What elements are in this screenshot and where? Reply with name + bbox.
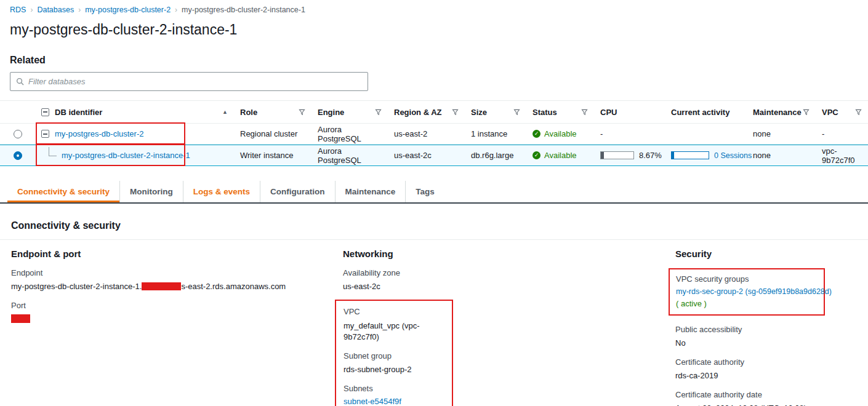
engine-cell: Aurora PostgreSQL (311, 124, 388, 144)
breadcrumb: RDS › Databases › my-postgres-db-cluster… (0, 0, 868, 15)
db-identifier-cell[interactable]: my-postgres-db-cluster-2 (35, 124, 234, 144)
filter-icon[interactable] (513, 109, 520, 116)
endpoint-suffix: s-east-2.rds.amazonaws.com (181, 282, 286, 291)
available-status-icon (532, 130, 540, 138)
radio-unselected[interactable] (14, 130, 22, 138)
cpu-cell: - (594, 124, 665, 144)
tab-maintenance[interactable]: Maintenance (335, 181, 406, 202)
row-select-cell[interactable] (0, 124, 35, 144)
breadcrumb-link-rds[interactable]: RDS (10, 6, 26, 14)
column-label: Status (532, 108, 557, 117)
cpu-cell: 8.67% (594, 145, 665, 165)
tab-tags[interactable]: Tags (405, 181, 444, 202)
header-status[interactable]: Status (526, 101, 594, 123)
breadcrumb-link-databases[interactable]: Databases (37, 6, 74, 14)
db-identifier-link-instance[interactable]: my-postgres-db-cluster-2-instance-1 (62, 151, 190, 160)
header-engine[interactable]: Engine (311, 101, 388, 123)
breadcrumb-separator-icon: › (175, 6, 177, 14)
available-status-icon (532, 151, 540, 159)
certificate-authority-field: Certificate authority rds-ca-2019 (675, 357, 858, 381)
header-vpc[interactable]: VPC (816, 101, 868, 123)
maintenance-cell: none (747, 124, 816, 144)
public-accessibility-field: Public accessibility No (675, 325, 858, 348)
header-cpu: CPU (594, 101, 665, 123)
vpc-field: VPC my_default_vpc (vpc-9b72c7f0) (344, 307, 444, 342)
filter-databases-input[interactable] (28, 77, 362, 86)
breadcrumb-link-cluster[interactable]: my-postgres-db-cluster-2 (85, 6, 171, 14)
vpc-security-groups-label: VPC security groups (676, 274, 818, 284)
public-accessibility-value: No (675, 338, 858, 348)
redaction-block (11, 314, 30, 323)
column-label: Maintenance (753, 108, 802, 117)
table-row-cluster[interactable]: my-postgres-db-cluster-2 Regional cluste… (0, 124, 868, 145)
tab-connectivity-security[interactable]: Connectivity & security (7, 181, 119, 202)
filter-icon[interactable] (299, 109, 305, 116)
header-size[interactable]: Size (465, 101, 526, 123)
header-role[interactable]: Role (234, 101, 311, 123)
column-label: Engine (318, 108, 344, 117)
detail-tabs: Connectivity & security Monitoring Logs … (0, 181, 868, 204)
endpoint-value: my-postgres-db-cluster-2-instance-1.s-ea… (11, 281, 343, 292)
tab-configuration[interactable]: Configuration (260, 181, 334, 202)
certificate-authority-date-label: Certificate authority date (675, 390, 858, 399)
radio-selected[interactable] (14, 151, 22, 160)
panel-body: Endpoint & port Endpoint my-postgres-db-… (0, 240, 868, 406)
security-group-link[interactable]: my-rds-sec-group-2 (sg-059ef919b8a9d628d… (676, 287, 818, 296)
endpoint-port-column: Endpoint & port Endpoint my-postgres-db-… (11, 249, 343, 406)
subnet-link-1[interactable]: subnet-e5454f9f (344, 397, 444, 406)
endpoint-label: Endpoint (11, 268, 343, 277)
status-cell: Available (526, 124, 594, 144)
tab-monitoring[interactable]: Monitoring (119, 181, 183, 202)
search-icon (16, 78, 24, 86)
filter-icon[interactable] (375, 109, 382, 116)
subnets-field: Subnets subnet-e5454f9f subnet-8f5725c3 (344, 384, 444, 406)
region-az-cell: us-east-2 (388, 124, 465, 144)
tab-logs-events[interactable]: Logs & events (183, 181, 260, 202)
current-activity-cell: 0 Sessions (665, 145, 747, 165)
networking-column: Networking Availability zone us-east-2c … (343, 249, 675, 406)
breadcrumb-separator-icon: › (30, 6, 33, 14)
maintenance-cell: none (747, 145, 816, 165)
status-text: Available (544, 151, 577, 160)
subnet-group-field: Subnet group rds-subnet-group-2 (344, 351, 444, 375)
public-accessibility-label: Public accessibility (675, 325, 858, 334)
column-label: DB identifier (55, 108, 102, 117)
role-cell: Regional cluster (234, 124, 311, 144)
related-heading: Related (10, 55, 858, 66)
cpu-usage-bar (600, 151, 634, 159)
databases-table: DB identifier Role Engine Region & AZ Si… (0, 100, 868, 166)
vpc-cell: - (816, 124, 868, 144)
column-label: VPC (822, 108, 838, 117)
collapse-all-icon[interactable] (41, 108, 49, 116)
panel-title: Connectivity & security (11, 220, 857, 231)
db-identifier-link-cluster[interactable]: my-postgres-db-cluster-2 (55, 129, 144, 138)
filter-icon[interactable] (855, 109, 862, 116)
filter-databases-box[interactable] (10, 72, 368, 91)
header-current-activity: Current activity (665, 101, 747, 123)
subnets-label: Subnets (344, 384, 444, 393)
header-db-identifier[interactable]: DB identifier (35, 101, 234, 123)
header-maintenance[interactable]: Maintenance (747, 101, 816, 123)
sort-ascending-icon[interactable] (222, 109, 228, 115)
header-region-az[interactable]: Region & AZ (388, 101, 465, 123)
filter-icon[interactable] (452, 109, 459, 116)
filter-icon[interactable] (581, 109, 588, 116)
panel-header: Connectivity & security (0, 211, 868, 240)
sessions-bar-fill (672, 152, 674, 159)
certificate-authority-value: rds-ca-2019 (675, 370, 858, 381)
role-cell: Writer instance (234, 145, 311, 165)
filter-icon[interactable] (803, 109, 810, 116)
vpc-link[interactable]: my_default_vpc (vpc-9b72c7f0) (344, 321, 420, 341)
vpc-label: VPC (344, 307, 444, 316)
endpoint-prefix: my-postgres-db-cluster-2-instance-1. (11, 282, 142, 291)
row-select-cell[interactable] (0, 145, 35, 165)
db-identifier-cell[interactable]: my-postgres-db-cluster-2-instance-1 (35, 145, 234, 165)
endpoint-field: Endpoint my-postgres-db-cluster-2-instan… (11, 268, 343, 292)
annotation-box-networking: VPC my_default_vpc (vpc-9b72c7f0) Subnet… (335, 300, 453, 406)
availability-zone-field: Availability zone us-east-2c (343, 268, 675, 292)
table-row-instance[interactable]: my-postgres-db-cluster-2-instance-1 Writ… (0, 145, 868, 166)
collapse-row-icon[interactable] (41, 130, 49, 138)
certificate-authority-date-value: August 22, 2024, 12:08 (UTC±12:08) (675, 403, 858, 406)
breadcrumb-separator-icon: › (78, 6, 81, 14)
security-group-state: ( active ) (676, 299, 818, 308)
